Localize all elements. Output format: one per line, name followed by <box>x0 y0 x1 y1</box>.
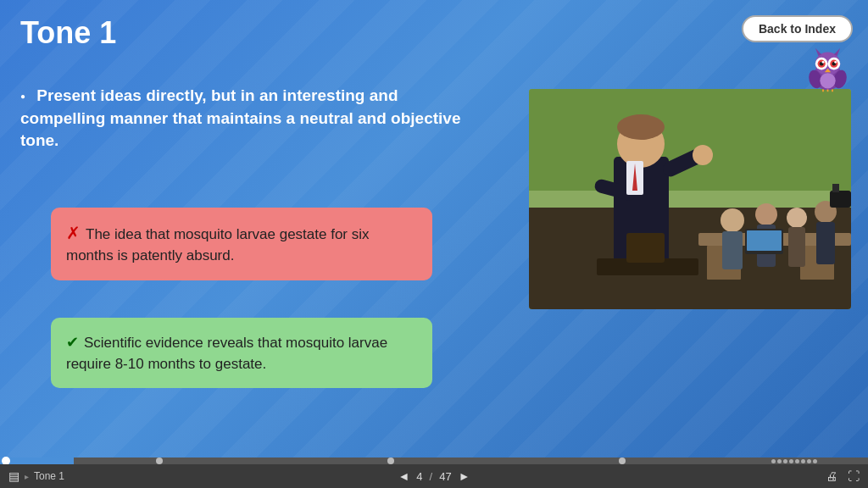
owl-icon <box>804 47 851 93</box>
prev-page-button[interactable]: ◄ <box>398 469 409 483</box>
svg-rect-43 <box>830 191 851 208</box>
svg-point-33 <box>721 208 744 232</box>
track-dot-sm <box>795 459 799 463</box>
page-current: 4 <box>416 470 422 483</box>
svg-rect-34 <box>722 231 743 269</box>
track-marker-4 <box>619 458 626 464</box>
svg-marker-2 <box>815 48 821 56</box>
svg-rect-42 <box>747 230 782 251</box>
nav-center: ◄ 4 / 47 ► <box>398 469 470 483</box>
track-dot-sm <box>801 459 805 463</box>
bottom-nav: ▤ ▸ Tone 1 ◄ 4 / 47 ► 🖨 ⛶ <box>0 464 868 488</box>
track-dot-sm <box>783 459 787 463</box>
slide-label: Tone 1 <box>34 470 64 482</box>
red-box: ✗The idea that mosquito larvae gestate f… <box>51 208 432 280</box>
track-dot-sm <box>813 459 817 463</box>
svg-point-27 <box>617 114 665 140</box>
svg-rect-38 <box>788 227 805 267</box>
back-to-index-button[interactable]: Back to Index <box>742 15 853 42</box>
svg-point-11 <box>834 61 837 64</box>
bullet-dot: ● <box>20 91 25 103</box>
photo-placeholder <box>529 89 851 309</box>
x-icon: ✗ <box>66 224 81 242</box>
svg-point-15 <box>820 73 835 88</box>
red-box-text: The idea that mosquito larvae gestate fo… <box>66 226 370 263</box>
svg-rect-20 <box>529 89 851 191</box>
slide-title: Tone 1 <box>20 15 116 51</box>
track-marker-3 <box>387 458 394 464</box>
green-box-text: Scientific evidence reveals that mosquit… <box>66 335 387 372</box>
track-marker-2 <box>156 458 163 464</box>
track-dot-sm <box>771 459 776 463</box>
bullet-content: Present ideas directly, but in an intere… <box>20 86 460 149</box>
progress-fill <box>0 458 74 464</box>
svg-point-10 <box>822 61 825 64</box>
print-icon[interactable]: 🖨 <box>826 469 837 483</box>
next-page-button[interactable]: ► <box>459 469 470 483</box>
bullet-text: ● Present ideas directly, but in an inte… <box>20 85 461 152</box>
slide-wrapper: Tone 1 Back to Index <box>0 0 868 488</box>
svg-point-37 <box>787 208 807 228</box>
svg-point-35 <box>755 203 777 225</box>
page-separator: / <box>430 470 433 483</box>
page-total: 47 <box>439 470 451 483</box>
lecture-photo <box>529 89 851 309</box>
menu-icon[interactable]: ▤ <box>8 469 19 483</box>
svg-marker-3 <box>834 48 840 56</box>
slide-container: Tone 1 Back to Index <box>0 0 868 458</box>
svg-rect-46 <box>626 233 665 263</box>
svg-rect-44 <box>832 184 839 192</box>
green-box: ✔Scientific evidence reveals that mosqui… <box>51 318 432 388</box>
nav-right: 🖨 ⛶ <box>826 469 860 483</box>
check-icon: ✔ <box>66 334 79 351</box>
nav-left: ▤ ▸ Tone 1 <box>8 469 64 483</box>
fullscreen-icon[interactable]: ⛶ <box>848 469 860 483</box>
svg-point-29 <box>693 145 713 165</box>
progress-bar-area <box>0 458 868 464</box>
track-dot-sm <box>789 459 793 463</box>
track-dot-sm <box>777 459 782 463</box>
nav-arrow-right-small: ▸ <box>25 472 29 481</box>
svg-rect-40 <box>816 222 835 264</box>
track-dot-sm <box>807 459 811 463</box>
